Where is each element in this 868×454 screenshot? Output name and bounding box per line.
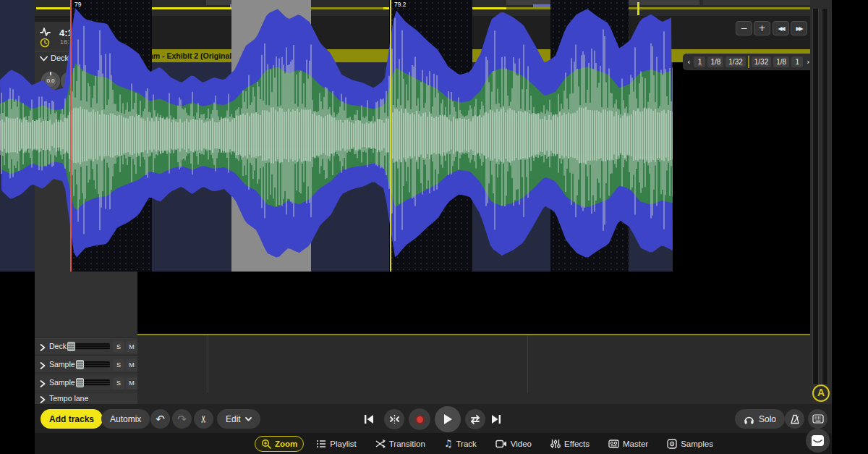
right-side-panel: A (810, 0, 832, 429)
lower-lane-area[interactable] (137, 335, 810, 404)
sample1-volume-slider[interactable] (77, 361, 110, 368)
zoom-magnifier-icon (261, 439, 271, 449)
headphones-icon (744, 414, 754, 424)
tab-samples[interactable]: Samples (660, 436, 720, 452)
skip-end-icon (491, 414, 501, 424)
solo-button[interactable]: Solo (735, 409, 785, 429)
video-camera-icon (495, 440, 507, 448)
grid-divider (748, 56, 749, 68)
bottom-toolbar: Add tracks Automix ↶ ↷ ✂ Edit (35, 404, 832, 433)
chevron-right-icon[interactable] (40, 362, 46, 369)
undo-icon: ↶ (156, 413, 165, 426)
playlist-icon (316, 440, 326, 448)
redo-button[interactable]: ↷ (172, 409, 192, 429)
support-chat-button[interactable] (806, 429, 830, 453)
grid-fraction-button[interactable]: 1 (791, 56, 803, 67)
sample2-mute-button[interactable]: M (126, 377, 137, 389)
tab-zoom[interactable]: Zoom (255, 436, 304, 452)
deck2-mute-button[interactable]: M (126, 341, 137, 353)
grid-fraction-button[interactable]: 1/8 (707, 56, 723, 67)
metronome-icon (790, 414, 800, 424)
play-button[interactable] (435, 406, 461, 432)
lane-sample2[interactable]: Sample 2 S M (35, 374, 137, 390)
grid-fraction-button[interactable]: 1/32 (726, 56, 745, 67)
lane-label: Tempo lane (49, 394, 88, 403)
skip-to-start-button[interactable] (362, 412, 376, 426)
grid-fraction-button[interactable]: 1/32 (752, 56, 771, 67)
tab-video[interactable]: Video (489, 437, 538, 451)
tab-master[interactable]: Master (602, 437, 655, 451)
deck2-volume-handle[interactable] (67, 342, 75, 351)
record-button[interactable] (409, 408, 430, 430)
edit-menu-button[interactable]: Edit (217, 409, 260, 429)
scissors-icon: ✂ (198, 415, 209, 423)
master-mixer-icon (608, 440, 619, 448)
sliders-icon (550, 439, 561, 449)
keyboard-shortcuts-button[interactable] (808, 409, 827, 429)
rewind-button[interactable]: ◂◂ (773, 21, 789, 35)
chevron-right-icon[interactable] (40, 396, 46, 403)
view-tab-bar: Zoom Playlist Transition (35, 433, 832, 454)
play-icon (443, 413, 453, 425)
skip-to-end-button[interactable] (489, 412, 503, 426)
keyboard-icon (812, 414, 824, 424)
chevron-right-icon[interactable] (40, 344, 46, 351)
add-tracks-button[interactable]: Add tracks (41, 409, 103, 429)
beat-marker-label: 79.2 (393, 1, 408, 8)
grid-line (208, 335, 208, 393)
deck2-solo-button[interactable]: S (113, 341, 124, 353)
chat-bubble-icon (812, 435, 824, 446)
app-logo: A (812, 384, 830, 402)
snap-playhead-button[interactable] (384, 409, 404, 429)
waveform-editor[interactable]: 79 79.2 (0, 0, 673, 272)
sample2-volume-slider[interactable] (77, 379, 110, 386)
samples-pad-icon (667, 439, 677, 449)
grid-fraction-button[interactable]: 1 (694, 56, 705, 67)
metronome-button[interactable] (785, 409, 804, 429)
music-note-icon: ♫ (444, 438, 453, 449)
lane-tempo[interactable]: Tempo lane (35, 392, 137, 404)
sample2-volume-handle[interactable] (76, 378, 84, 387)
grid-line (527, 335, 528, 393)
grid-fraction-button[interactable]: 1/8 (773, 56, 789, 67)
crossfade-icon (375, 440, 386, 448)
waveform-graphic (0, 0, 673, 272)
zoom-out-button[interactable]: − (736, 21, 752, 35)
zoom-in-button[interactable]: + (754, 21, 770, 35)
loop-marker-line[interactable] (390, 0, 391, 272)
lane-deck2[interactable]: Deck 2 S M (35, 337, 137, 354)
sample1-solo-button[interactable]: S (113, 359, 124, 371)
playhead-line[interactable] (70, 0, 72, 272)
automix-button[interactable]: Automix (101, 409, 150, 429)
beat-grid-control: ‹ 1 1/8 1/32 1/32 1/8 1 › (683, 54, 814, 70)
sample1-mute-button[interactable]: M (126, 359, 137, 371)
overview-segment (703, 0, 812, 5)
deck2-volume-slider[interactable] (68, 343, 110, 350)
redo-icon: ↷ (177, 413, 187, 426)
cut-button[interactable]: ✂ (194, 409, 213, 429)
repeat-icon (469, 414, 481, 425)
loop-button[interactable] (465, 409, 485, 429)
beat-marker-label: 79 (73, 1, 82, 8)
chevron-down-icon (245, 417, 252, 421)
tab-effects[interactable]: Effects (544, 436, 596, 452)
tab-playlist[interactable]: Playlist (310, 437, 362, 451)
chevron-left-icon[interactable]: ‹ (686, 57, 692, 67)
sample2-solo-button[interactable]: S (113, 377, 124, 389)
snap-icon (389, 414, 400, 424)
vertical-fader-left[interactable] (812, 9, 819, 384)
skip-start-icon (364, 414, 374, 424)
tab-transition[interactable]: Transition (369, 437, 432, 451)
lane-sample1[interactable]: Sample 1 S M (35, 356, 137, 372)
record-icon (415, 415, 425, 424)
undo-button[interactable]: ↶ (150, 409, 170, 429)
tab-track[interactable]: ♫ Track (438, 435, 483, 452)
dj-app-window: 13:06 − + ◂◂ ▸▸ 4:19 16:50 1/3 TRACKS 7A… (0, 0, 868, 454)
fast-forward-button[interactable]: ▸▸ (791, 21, 807, 35)
sample1-volume-handle[interactable] (76, 360, 84, 369)
vertical-fader-right[interactable] (822, 9, 828, 384)
chevron-right-icon[interactable] (40, 380, 46, 387)
